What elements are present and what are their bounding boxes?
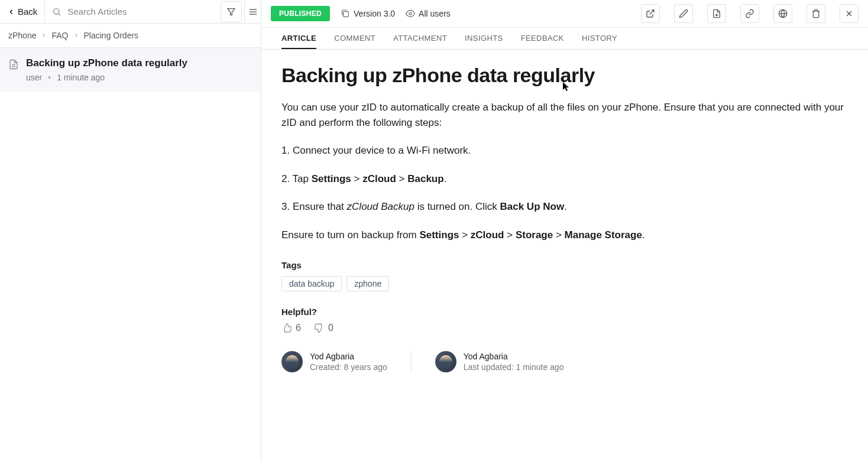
delete-button[interactable] (807, 4, 825, 23)
close-button[interactable] (840, 4, 859, 23)
edit-button[interactable] (674, 4, 693, 23)
downvote-count: 0 (328, 323, 333, 333)
list-item-title: Backing up zPhone data regularly (26, 57, 187, 69)
page-title: Backing up zPhone data regularly (281, 64, 848, 87)
votes-row: 6 0 (281, 323, 848, 333)
back-button[interactable]: Back (0, 0, 45, 23)
svg-point-9 (409, 12, 412, 15)
link-button[interactable] (740, 4, 759, 23)
author-creator: Yod Agbaria Created: 8 years ago (281, 351, 412, 372)
search-icon (52, 7, 61, 17)
sidebar: Back zPhone FAQ Placing Orders Backing (0, 0, 261, 461)
search-field[interactable] (45, 7, 221, 17)
downvote-button[interactable]: 0 (314, 323, 333, 333)
tab-article[interactable]: ARTICLE (281, 28, 316, 49)
svg-marker-2 (228, 8, 235, 15)
separator-dot: • (48, 73, 51, 82)
edit-icon (679, 9, 688, 18)
globe-icon (778, 9, 788, 18)
breadcrumb-item[interactable]: Placing Orders (84, 31, 139, 40)
helpful-label: Helpful? (281, 307, 848, 317)
thumbs-down-icon (314, 323, 325, 333)
svg-line-1 (59, 14, 60, 15)
article-paragraph: 1. Connect your device to a Wi-Fi networ… (281, 143, 848, 158)
filter-icon (226, 7, 236, 17)
avatar (281, 351, 303, 372)
main-toolbar: PUBLISHED Version 3.0 All users (261, 0, 868, 28)
author-updated: Last updated: 1 minute ago (464, 362, 564, 372)
visibility-chip[interactable]: All users (406, 9, 451, 18)
menu-button[interactable] (244, 0, 261, 23)
status-badge: PUBLISHED (271, 6, 330, 21)
author-name: Yod Agbaria (310, 352, 387, 361)
tabs: ARTICLE COMMENT ATTACHMENT INSIGHTS FEED… (261, 28, 868, 50)
tag[interactable]: data backup (281, 276, 342, 291)
tag[interactable]: zphone (346, 276, 389, 291)
chevron-left-icon (7, 8, 15, 16)
visibility-label: All users (419, 9, 451, 18)
svg-rect-8 (344, 12, 349, 17)
chevron-right-icon (73, 33, 79, 38)
upvote-count: 6 (296, 323, 301, 333)
main-panel: PUBLISHED Version 3.0 All users ARTICLE … (261, 0, 868, 461)
eye-icon (406, 9, 415, 18)
document-icon (8, 59, 19, 70)
authors-row: Yod Agbaria Created: 8 years ago Yod Agb… (281, 351, 848, 372)
link-icon (745, 9, 754, 18)
breadcrumb: zPhone FAQ Placing Orders (0, 24, 261, 48)
article-list-item[interactable]: Backing up zPhone data regularly user • … (0, 48, 261, 92)
article-paragraph: 3. Ensure that zCloud Backup is turned o… (281, 199, 848, 215)
chevron-right-icon (41, 33, 47, 38)
thumbs-up-icon (281, 323, 292, 333)
filter-button[interactable] (221, 1, 242, 22)
list-item-author: user (26, 73, 42, 82)
article-paragraph: 2. Tap Settings > zCloud > Backup. (281, 171, 848, 187)
external-link-icon (646, 9, 655, 18)
author-name: Yod Agbaria (464, 352, 564, 361)
upvote-button[interactable]: 6 (281, 323, 301, 333)
tab-comment[interactable]: COMMENT (334, 28, 375, 49)
back-label: Back (18, 7, 37, 17)
author-updater: Yod Agbaria Last updated: 1 minute ago (435, 351, 588, 372)
list-item-time: 1 minute ago (57, 73, 105, 82)
tab-attachment[interactable]: ATTACHMENT (393, 28, 447, 49)
breadcrumb-item[interactable]: zPhone (8, 31, 36, 40)
globe-button[interactable] (773, 4, 792, 23)
hamburger-icon (248, 7, 258, 17)
search-input[interactable] (67, 7, 213, 17)
trash-icon (811, 9, 821, 18)
sidebar-toolbar: Back (0, 0, 261, 24)
author-created: Created: 8 years ago (310, 362, 387, 372)
export-icon (712, 9, 721, 18)
breadcrumb-item[interactable]: FAQ (51, 31, 68, 40)
svg-line-10 (650, 10, 654, 14)
tags-label: Tags (281, 260, 848, 270)
version-icon (341, 9, 350, 18)
svg-point-0 (54, 8, 59, 14)
tab-feedback[interactable]: FEEDBACK (521, 28, 564, 49)
article-paragraph: Ensure to turn on backup from Settings >… (281, 228, 848, 243)
tab-insights[interactable]: INSIGHTS (465, 28, 503, 49)
close-icon (844, 9, 854, 18)
export-button[interactable] (707, 4, 726, 23)
version-label: Version 3.0 (354, 9, 395, 18)
external-link-button[interactable] (641, 4, 660, 23)
version-chip[interactable]: Version 3.0 (341, 9, 395, 18)
article-paragraph: You can use your zID to automatically cr… (281, 100, 848, 130)
tags-row: data backup zphone (281, 276, 848, 291)
avatar (435, 351, 456, 372)
article-content: Backing up zPhone data regularly You can… (261, 50, 868, 461)
tab-history[interactable]: HISTORY (582, 28, 617, 49)
list-item-meta: user • 1 minute ago (26, 73, 187, 82)
